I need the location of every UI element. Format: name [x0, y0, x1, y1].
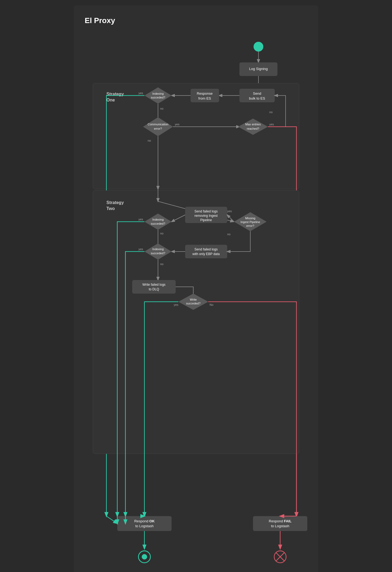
start-node [254, 42, 263, 52]
write-dlq-node [132, 280, 176, 294]
send-failed-removing-label2: removing Ingest [194, 214, 218, 218]
page-title: El Proxy [79, 14, 313, 28]
write-suc-label2: succeded? [186, 302, 200, 305]
write-dlq-label2: to DLQ [149, 287, 159, 291]
send-bulk-label2: bulk to ES [249, 96, 265, 100]
send-bulk-label1: Send [253, 91, 261, 96]
strategy-two-label1: Strategy [106, 200, 124, 205]
response-es-label1: Response [197, 91, 213, 96]
diagram-wrapper: El Proxy Log [74, 5, 318, 572]
send-failed-removing-label1: Send failed logs [194, 209, 217, 213]
indexing3-label1: Indexing [152, 247, 164, 251]
strategy-one-label2: One [106, 98, 115, 102]
no-indexing2: no [160, 232, 163, 235]
no-missing: no [227, 233, 230, 236]
main-container: El Proxy Log [74, 5, 318, 572]
indexing-label2: succeded? [151, 96, 165, 99]
respond-fail-label2: to Logstash [271, 524, 289, 528]
comm-label2: error? [154, 127, 162, 130]
yes-label-1: yes [138, 91, 143, 95]
no-maxentries: no [269, 110, 273, 114]
response-es-label2: from ES [198, 96, 211, 100]
yes-indexing2: yes [138, 218, 143, 221]
write-dlq-label1: Write failed logs [142, 283, 165, 287]
yes-maxentries: yes [269, 123, 274, 126]
teal-merge-1 [106, 516, 117, 523]
no-comm: no [148, 139, 151, 142]
strategy-two-section [93, 190, 299, 454]
end-ok-inner [142, 554, 147, 560]
missing-ingest-label1: Missing [245, 217, 255, 220]
missing-ingest-label2: Ingest Pipeline [241, 220, 260, 224]
strategy-two-label2: Two [106, 206, 115, 211]
respond-fail-label1: Respond FAIL [269, 519, 292, 523]
respond-ok-label2: to Logstash [135, 524, 153, 528]
send-failed-ebp-label1: Send failed logs [194, 247, 217, 251]
respond-ok-label1: Respond OK [134, 519, 155, 523]
max-entries-label1: Max entries [245, 123, 261, 126]
indexing-label1: Indexing [152, 92, 164, 95]
comm-label1: Communication [148, 123, 168, 126]
yes-write: yes [174, 303, 179, 306]
indexing2-label2: succeded? [151, 222, 165, 225]
yes-missing: yes [227, 209, 232, 213]
no-write: No [210, 303, 213, 306]
respond-fail-node [253, 516, 307, 531]
write-suc-label1: Write [190, 298, 197, 301]
log-signing-label: Log Signing [249, 67, 268, 71]
yes-comm: yes [175, 123, 180, 126]
yes-indexing3: yes [138, 247, 143, 251]
send-failed-ebp-label2: with only EBP data [192, 252, 220, 256]
indexing2-label1: Indexing [152, 218, 164, 221]
no-indexing3: no [160, 262, 163, 266]
max-entries-label2: reached? [247, 127, 259, 130]
no-label-1: no [160, 107, 163, 110]
send-failed-ebp-node [185, 245, 227, 258]
indexing3-label2: succeded? [151, 252, 165, 255]
missing-ingest-label3: error? [246, 224, 254, 227]
send-failed-removing-label3: Pipeline [200, 218, 212, 222]
